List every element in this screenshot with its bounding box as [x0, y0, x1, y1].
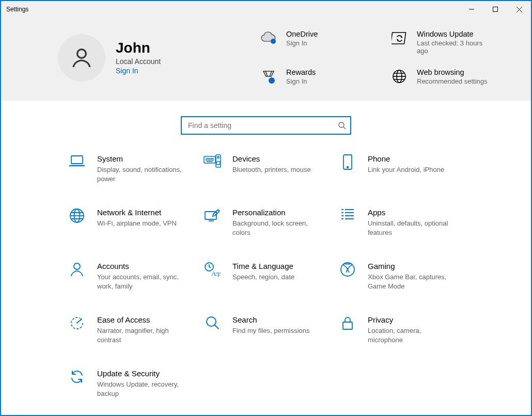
apps-list-icon [339, 208, 356, 237]
category-network[interactable]: Network & InternetWi-Fi, airplane mode, … [68, 208, 198, 237]
svg-line-12 [343, 127, 346, 129]
person-icon [68, 262, 86, 291]
quicklink-title: Rewards [286, 68, 316, 76]
category-apps[interactable]: AppsUninstall, defaults, optional featur… [339, 208, 469, 237]
category-sub: Speech, region, date [232, 273, 294, 282]
svg-rect-1 [493, 7, 498, 12]
category-system[interactable]: SystemDisplay, sound, notifications, pow… [68, 154, 198, 183]
xbox-icon [339, 262, 356, 291]
header-region: John Local Account Sign In OneDrive Sign… [1, 18, 531, 101]
category-title: System [97, 154, 185, 163]
category-sub: Narrator, magnifier, high contrast [97, 326, 185, 344]
category-title: Time & Language [232, 262, 294, 270]
svg-point-5 [271, 39, 276, 44]
svg-line-41 [215, 325, 218, 329]
account-text: John Local Account Sign In [116, 40, 161, 75]
category-sub: Xbox Game Bar, captures, Game Mode [368, 273, 456, 291]
minimize-icon [469, 7, 474, 12]
globe-icon [68, 208, 86, 237]
titlebar: Settings [1, 1, 531, 18]
settings-window: Settings John Local Account [0, 0, 532, 416]
quicklink-text: Web browsing Recommended settings [417, 68, 488, 85]
quicklink-windows-update[interactable]: Windows Update Last checked: 3 hours ago [390, 30, 510, 55]
category-sub: Windows Update, recovery, backup [97, 380, 185, 398]
category-sub: Uninstall, defaults, optional features [368, 219, 456, 237]
search-input[interactable] [187, 121, 338, 130]
category-title: Personalization [232, 208, 320, 217]
category-sub: Link your Android, iPhone [368, 165, 444, 174]
window-title: Settings [6, 6, 28, 13]
category-phone[interactable]: PhoneLink your Android, iPhone [339, 154, 469, 183]
category-accounts[interactable]: AccountsYour accounts, email, sync, work… [68, 262, 198, 291]
svg-point-11 [339, 122, 344, 127]
category-sub: Location, camera, microphone [368, 326, 456, 344]
svg-rect-13 [71, 156, 83, 164]
category-title: Devices [232, 154, 311, 163]
cloud-icon [259, 30, 278, 44]
category-title: Gaming [368, 262, 456, 270]
category-ease-of-access[interactable]: Ease of AccessNarrator, magnifier, high … [68, 315, 198, 344]
globe-icon [390, 68, 409, 84]
quicklink-title: Web browsing [417, 68, 488, 76]
time-language-icon: A 字 [204, 262, 221, 291]
category-sub: Display, sound, notifications, power [97, 165, 185, 183]
sync-icon [68, 369, 86, 398]
search-icon [338, 121, 346, 130]
category-time-language[interactable]: A 字 Time & LanguageSpeech, region, date [204, 262, 334, 291]
category-personalization[interactable]: PersonalizationBackground, lock screen, … [204, 208, 334, 237]
account-name: John [116, 40, 161, 55]
quicklink-rewards[interactable]: Rewards Sign In [259, 68, 380, 85]
close-button[interactable] [507, 1, 531, 18]
quicklink-onedrive[interactable]: OneDrive Sign In [259, 30, 380, 55]
minimize-button[interactable] [460, 1, 483, 18]
quicklink-sub: Sign In [286, 39, 318, 47]
lock-icon [339, 315, 356, 344]
category-title: Accounts [97, 262, 185, 270]
magnifier-icon [204, 315, 221, 344]
svg-point-7 [269, 77, 275, 84]
keyboard-speaker-icon [204, 154, 221, 183]
quicklink-title: Windows Update [417, 30, 489, 38]
user-outline-icon [69, 45, 94, 70]
category-update-security[interactable]: Update & SecurityWindows Update, recover… [68, 369, 198, 398]
quicklink-title: OneDrive [286, 30, 318, 38]
phone-icon [339, 154, 356, 183]
ease-access-icon [68, 315, 86, 344]
maximize-icon [493, 7, 498, 12]
account-type: Local Account [116, 57, 161, 66]
pen-monitor-icon [204, 208, 221, 237]
quicklink-text: Windows Update Last checked: 3 hours ago [417, 30, 489, 55]
category-devices[interactable]: DevicesBluetooth, printers, mouse [204, 154, 334, 183]
category-sub: Find my files, permissions [232, 326, 310, 335]
category-sub: Wi-Fi, airplane mode, VPN [97, 219, 177, 228]
laptop-icon [68, 154, 86, 183]
category-privacy[interactable]: PrivacyLocation, camera, microphone [339, 315, 469, 344]
svg-point-4 [77, 49, 86, 58]
category-sub: Bluetooth, printers, mouse [232, 165, 311, 174]
category-title: Privacy [368, 315, 456, 324]
medal-icon [259, 68, 278, 85]
search-region [1, 101, 531, 144]
quicklink-sub: Sign In [286, 77, 316, 85]
search-box[interactable] [181, 116, 351, 135]
category-title: Phone [368, 154, 444, 163]
category-title: Update & Security [97, 369, 185, 378]
avatar [58, 34, 105, 82]
quicklink-web-browsing[interactable]: Web browsing Recommended settings [390, 68, 510, 85]
category-search[interactable]: SearchFind my files, permissions [204, 315, 334, 344]
account-signin-link[interactable]: Sign In [116, 67, 161, 75]
svg-text:字: 字 [215, 271, 221, 277]
sync-arrows-icon [390, 30, 409, 45]
category-gaming[interactable]: GamingXbox Game Bar, captures, Game Mode [339, 262, 469, 291]
category-title: Network & Internet [97, 208, 177, 217]
quicklink-sub: Recommended settings [417, 77, 488, 85]
quick-links: OneDrive Sign In Windows Update [259, 30, 510, 85]
account-block: John Local Account Sign In [58, 30, 254, 85]
maximize-button[interactable] [483, 1, 507, 18]
svg-rect-6 [392, 33, 406, 44]
svg-point-35 [74, 263, 80, 269]
category-sub: Your accounts, email, sync, work, family [97, 273, 185, 291]
quicklink-text: OneDrive Sign In [286, 30, 318, 47]
svg-point-22 [347, 167, 349, 168]
category-title: Search [232, 315, 310, 324]
